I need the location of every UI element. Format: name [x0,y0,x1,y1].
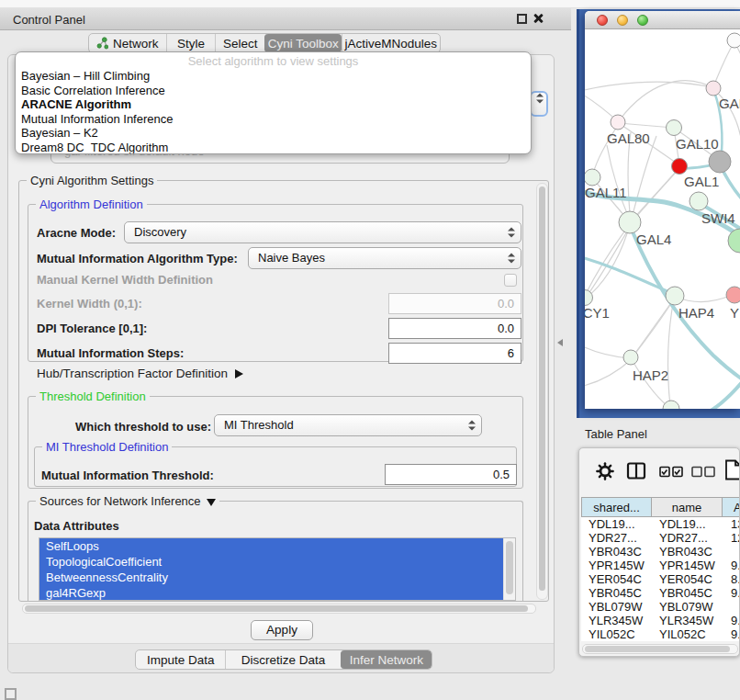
network-node-gal1[interactable] [672,159,688,175]
tab-select[interactable]: Select [215,34,264,52]
kernel-width-label: Kernel Width (0,1): [37,297,142,310]
network-node-gal80[interactable] [611,115,625,130]
tab-infer-network[interactable]: Infer Network [341,650,432,669]
function-builder-icon[interactable] [724,459,740,481]
tab-network[interactable]: Network [89,34,166,52]
gear-icon[interactable] [596,462,614,480]
table-row[interactable]: YBR043CYBR043C [581,545,739,559]
dropdown-placeholder: Select algorithm to view settings [16,54,531,69]
settings-vertical-scrollbar[interactable] [536,183,548,600]
apply-button[interactable]: Apply [251,620,313,640]
table-row[interactable]: YLR345WYLR345W9. [581,614,739,627]
scrollbar-thumb[interactable] [506,541,513,594]
data-attribute-item[interactable]: gal4RGexp [39,585,504,601]
table-cell: YBR043C [652,545,723,559]
table-row[interactable]: YDL19...YDL19...13 [581,517,739,531]
network-node-y[interactable] [726,287,740,303]
combo-value: Discovery [134,225,186,239]
algorithm-option[interactable]: Dream8 DC_TDC Algorithm [16,141,531,154]
manual-kernel-width-checkbox[interactable] [504,274,517,287]
column-header-name[interactable]: name [651,497,723,517]
data-attribute-item[interactable]: SelfLoops [39,538,504,554]
network-node-hap4[interactable] [666,287,684,305]
float-panel-icon[interactable] [517,14,527,24]
panel-resize-grip[interactable] [557,339,563,346]
tab-jactivemnodules[interactable]: jActiveMNodules [342,34,440,52]
collapsed-panel-icon[interactable] [5,688,17,700]
settings-horizontal-scrollbar[interactable] [22,604,536,614]
tab-discretize-data[interactable]: Discretize Data [225,650,340,669]
column-view-icon[interactable] [626,462,646,480]
column-header-shared-name[interactable]: shared... [581,497,652,517]
table-row[interactable]: YBL079WYBL079W [581,600,739,614]
zoom-button[interactable] [637,15,648,26]
algorithm-option[interactable]: Basic Correlation Inference [16,84,531,98]
inference-algorithm-combo-edge[interactable] [530,91,548,117]
tab-cyni-toolbox[interactable]: Cyni Toolbox [264,34,342,52]
mi-algorithm-type-combo[interactable]: Naive Bayes [248,247,521,269]
minimize-button[interactable] [617,15,628,26]
close-button[interactable] [597,15,608,26]
tab-label: Discretize Data [241,653,326,667]
data-attribute-item[interactable]: BetweennessCentrality [39,570,504,585]
network-node[interactable] [709,151,731,173]
hub-definition-expander[interactable]: Hub/Transcription Factor Definition [37,367,243,380]
data-attributes-list[interactable]: SelfLoopsTopologicalCoefficientBetweenne… [39,537,516,601]
combo-value: Naive Bayes [258,251,325,265]
network-node-gal10[interactable] [667,120,682,136]
scrollbar-thumb[interactable] [539,186,545,591]
network-canvas[interactable]: GALGAL80GAL10GAL1GAL11SWI4GAL4GCY1HAP4YH… [585,29,740,409]
network-node-gcy1[interactable] [585,290,593,306]
hub-definition-label: Hub/Transcription Factor Definition [37,367,228,380]
algorithm-option[interactable]: Bayesian – K2 [16,126,531,141]
network-view-window[interactable]: GALGAL80GAL10GAL1GAL11SWI4GAL4GCY1HAP4YH… [585,11,740,409]
network-node[interactable] [727,33,740,48]
table-cell: YBR043C [581,545,652,559]
tab-label: Infer Network [350,653,423,667]
node-label: GAL1 [684,174,719,189]
network-node[interactable] [663,401,679,409]
node-label: SWI4 [701,210,735,226]
scrollbar-thumb[interactable] [25,605,528,612]
column-header-partial[interactable]: A [722,497,739,517]
control-panel-tabs: Network Style Select Cyni Toolbox jActiv… [88,33,441,53]
table-row[interactable]: YER054CYER054C8. [581,572,739,586]
network-node-hap2[interactable] [623,350,638,365]
node-label: HAP2 [633,367,668,383]
network-window-titlebar[interactable] [585,11,740,29]
data-attribute-item[interactable]: TopologicalCoefficient [39,554,504,570]
dpi-tolerance-field[interactable]: 0.0 [388,318,521,339]
close-icon[interactable] [533,12,544,25]
table-cell: YPR145W [652,559,723,572]
kernel-width-field[interactable]: 0.0 [388,293,521,314]
group-title: Algorithm Definition [36,198,147,211]
table-row[interactable]: YPR145WYPR145W9. [581,559,739,572]
network-node-labels: GALGAL80GAL10GAL1GAL11SWI4GAL4GCY1HAP4YH… [585,96,740,383]
network-node-gal11[interactable] [585,169,600,186]
mi-steps-field[interactable]: 6 [388,343,521,364]
sources-expander[interactable]: Sources for Network Inference [36,494,219,508]
select-all-icon[interactable] [659,466,684,478]
panel-title: Control Panel [13,13,85,27]
tab-style[interactable]: Style [166,34,216,52]
network-node-gal4[interactable] [619,211,641,233]
table-cell: YIL052C [652,627,723,641]
table-row[interactable]: YDR27...YDR27...12 [581,531,739,545]
algorithm-option[interactable]: ARACNE Algorithm [16,97,531,112]
table-row[interactable]: YBR045CYBR045C9. [581,586,739,600]
deselect-all-icon[interactable] [691,466,716,478]
which-threshold-combo[interactable]: MI Threshold [214,414,482,436]
list-vertical-scrollbar[interactable] [503,538,515,600]
dpi-tolerance-label: DPI Tolerance [0,1]: [37,322,147,335]
network-node[interactable] [728,229,740,253]
table-horizontal-scrollbar[interactable] [582,644,738,654]
table-row[interactable]: YIL052CYIL052C9. [581,627,739,641]
tab-impute-data[interactable]: Impute Data [136,650,225,669]
algorithm-option[interactable]: Mutual Information Inference [16,112,531,127]
aracne-mode-combo[interactable]: Discovery [124,221,521,243]
mi-threshold-field[interactable]: 0.5 [385,464,517,485]
network-node-gal[interactable] [706,81,721,96]
node-table[interactable]: shared... name A YDL19...YDL19...13YDR27… [581,497,739,641]
network-node-swi4[interactable] [690,192,708,210]
algorithm-option[interactable]: Bayesian – Hill Climbing [16,69,531,84]
